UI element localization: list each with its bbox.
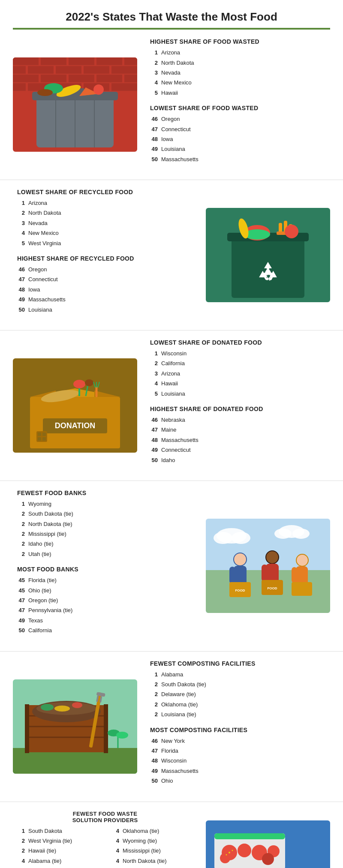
svg-point-113 <box>116 732 128 739</box>
list-item: 5West Virginia <box>17 238 193 248</box>
list-item: 50Louisiana <box>17 305 193 315</box>
svg-point-123 <box>229 852 230 853</box>
section-image-recycle: ♻ <box>206 208 330 302</box>
svg-rect-63 <box>42 432 46 436</box>
svg-point-72 <box>274 529 292 539</box>
most-composting-list: 46New York 47Florida 48Wisconsin 49Massa… <box>150 736 326 786</box>
svg-point-110 <box>54 706 70 712</box>
list-item: 3Nevada <box>150 68 326 78</box>
list-item: 1Arizona <box>17 198 193 208</box>
svg-rect-100 <box>25 704 29 753</box>
svg-point-109 <box>72 702 82 708</box>
lowest-donated-block: LOWEST SHARE OF DONATED FOOD 1Wisconsin … <box>150 339 326 399</box>
section-donated-food: DONATION LOWEST SHARE OF DONATED FOOD <box>0 330 343 481</box>
lowest-recycled-title: LOWEST SHARE OF RECYCLED FOOD <box>17 189 193 195</box>
list-item: 4New Mexico <box>150 78 326 87</box>
fewest-composting-list: 1Alabama 2South Dakota (tie) 2Delaware (… <box>150 670 326 720</box>
svg-text:♻: ♻ <box>263 270 274 283</box>
list-item: 2Oklahoma (tie) <box>150 700 326 709</box>
most-composting-block: MOST COMPOSTING FACILITIES 46New York 47… <box>150 727 326 786</box>
svg-point-70 <box>232 532 250 544</box>
svg-rect-83 <box>262 565 268 582</box>
svg-rect-6 <box>13 66 26 74</box>
svg-rect-76 <box>229 567 235 584</box>
list-item: 50Idaho <box>150 455 326 465</box>
list-item: 47Florida <box>150 746 326 756</box>
section-image-donation: DONATION <box>13 358 137 453</box>
fewest-providers-title: FEWEST FOOD WASTESOLUTION PROVIDERS <box>17 811 193 823</box>
list-item: 4Oklahoma (tie) <box>111 826 193 836</box>
svg-point-44 <box>285 225 298 238</box>
list-item: 2Mississippi (tie) <box>17 529 193 539</box>
fewest-composting-block: FEWEST COMPOSTING FACILITIES 1Alabama 2S… <box>150 660 326 720</box>
list-item: 46New York <box>150 736 326 746</box>
svg-point-118 <box>238 844 251 857</box>
list-item: 1Arizona <box>150 48 326 57</box>
svg-rect-15 <box>124 75 137 82</box>
list-item: 2North Dakota (tie) <box>17 519 193 529</box>
svg-point-121 <box>220 853 230 863</box>
list-item: 48Iowa <box>17 285 193 294</box>
most-composting-title: MOST COMPOSTING FACILITIES <box>150 727 326 733</box>
highest-donated-title: HIGHEST SHARE OF DONATED FOOD <box>150 405 326 412</box>
section-image-containers: rice <box>206 820 330 868</box>
svg-rect-62 <box>38 432 41 436</box>
list-item: 2California <box>150 358 326 368</box>
most-food-banks-title: MOST FOOD BANKS <box>17 566 193 573</box>
svg-rect-5 <box>124 57 137 65</box>
section-recycled-food: ♻ LOWEST SHARE OF RECYCLED FOOD 1Arizona… <box>0 180 343 330</box>
fewest-food-banks-block: FEWEST FOOD BANKS 1Wyoming 2South Dakota… <box>17 490 193 559</box>
svg-rect-65 <box>42 437 46 441</box>
svg-rect-11 <box>13 75 39 82</box>
list-item: 49Louisiana <box>150 144 326 154</box>
list-item: 1South Dakota <box>17 826 99 836</box>
list-item: 1Wisconsin <box>150 348 326 358</box>
lowest-donated-title: LOWEST SHARE OF DONATED FOOD <box>150 339 326 346</box>
list-item: 2West Virginia (tie) <box>17 836 99 846</box>
fewest-providers-col2: 4Oklahoma (tie) 4Wyoming (tie) 4Mississi… <box>111 826 193 866</box>
section-content-solution-providers: FEWEST FOOD WASTESOLUTION PROVIDERS 1Sou… <box>13 811 197 868</box>
list-item: 50Massachusetts <box>150 154 326 164</box>
most-food-banks-block: MOST FOOD BANKS 45Florida (tie) 45Ohio (… <box>17 566 193 635</box>
list-item: 49Texas <box>17 616 193 625</box>
svg-point-31 <box>93 84 104 95</box>
list-item: 48Iowa <box>150 134 326 144</box>
list-item: 45Florida (tie) <box>17 575 193 585</box>
section-content-food-wasted: HIGHEST SHARE OF FOOD WASTED 1Arizona 2N… <box>146 38 330 171</box>
fewest-food-banks-list: 1Wyoming 2South Dakota (tie) 2North Dako… <box>17 499 193 559</box>
list-item: 50California <box>17 625 193 635</box>
svg-rect-13 <box>69 75 94 82</box>
svg-point-124 <box>232 850 233 851</box>
list-item: 2North Dakota <box>150 58 326 68</box>
lowest-donated-list: 1Wisconsin 2California 3Arizona 4Hawaii … <box>150 348 326 399</box>
list-item: 47Maine <box>150 425 326 435</box>
svg-point-122 <box>262 853 274 865</box>
svg-text:FOOD: FOOD <box>267 586 277 590</box>
section-composting: FEWEST COMPOSTING FACILITIES 1Alabama 2S… <box>0 652 343 802</box>
svg-rect-116 <box>214 833 285 839</box>
svg-rect-101 <box>104 704 108 753</box>
list-item: 3Arizona <box>150 369 326 378</box>
fewest-food-banks-title: FEWEST FOOD BANKS <box>17 490 193 496</box>
page-title: 2022's States That Waste the Most Food <box>0 0 343 28</box>
svg-rect-14 <box>96 75 122 82</box>
list-item: 47Connecticut <box>17 274 193 284</box>
svg-point-108 <box>41 704 54 711</box>
lowest-recycled-block: LOWEST SHARE OF RECYCLED FOOD 1Arizona 2… <box>17 189 193 248</box>
lowest-recycled-list: 1Arizona 2North Dakota 3Nevada 4New Mexi… <box>17 198 193 248</box>
list-item: 4Alabama (tie) <box>17 856 99 866</box>
fewest-providers-block: FEWEST FOOD WASTESOLUTION PROVIDERS 1Sou… <box>17 811 193 866</box>
svg-rect-1 <box>13 57 39 65</box>
section-content-food-banks: FEWEST FOOD BANKS 1Wyoming 2South Dakota… <box>13 490 197 643</box>
svg-text:DONATION: DONATION <box>55 421 96 430</box>
svg-point-125 <box>226 854 227 856</box>
section-image-foodbank: FOOD FOOD <box>206 519 330 613</box>
svg-point-78 <box>234 553 246 565</box>
fewest-providers-col1: 1South Dakota 2West Virginia (tie) 2Hawa… <box>17 826 99 866</box>
svg-rect-12 <box>41 75 66 82</box>
list-item: 2South Dakota (tie) <box>17 509 193 519</box>
svg-point-85 <box>266 551 278 563</box>
svg-rect-10 <box>111 66 137 74</box>
section-solution-providers: rice FEWEST FOOD WASTESOLUTION PROVIDERS… <box>0 802 343 868</box>
highest-food-wasted-block: HIGHEST SHARE OF FOOD WASTED 1Arizona 2N… <box>150 38 326 98</box>
